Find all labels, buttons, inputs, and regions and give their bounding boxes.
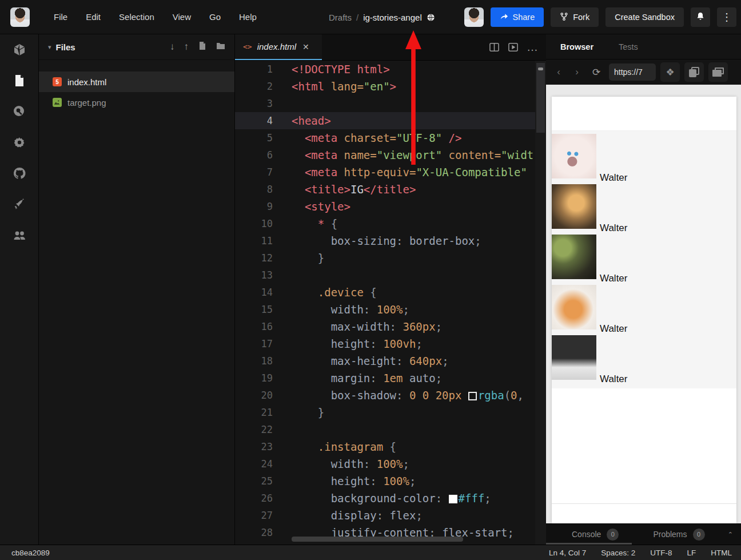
forward-icon[interactable]: ›	[570, 66, 584, 78]
code-text: <title>IG</title>	[283, 183, 416, 196]
close-icon[interactable]: ✕	[302, 42, 309, 51]
duplicate-view-button[interactable]	[708, 62, 728, 82]
globe-icon	[427, 13, 435, 22]
preview-tab-bar: Browser Tests	[546, 34, 741, 59]
files-panel-title: Files	[56, 42, 75, 52]
new-folder-icon[interactable]	[216, 41, 225, 53]
rendered-page[interactable]: WalterWalterWalterWalterWalter	[552, 97, 736, 523]
line-number: 1	[235, 63, 283, 75]
gear-icon[interactable]	[12, 135, 27, 150]
collaborators-icon[interactable]	[12, 228, 27, 243]
commit-hash[interactable]: cb8ea2089	[11, 549, 50, 557]
editor-toolbar: …	[489, 34, 546, 60]
download-icon[interactable]: ↓	[170, 41, 175, 53]
fork-button[interactable]: Fork	[551, 7, 599, 27]
files-icon[interactable]	[12, 73, 27, 88]
code-line-15: 15 width: 100%;	[235, 301, 546, 318]
code-text: background-color: #fff;	[283, 492, 491, 505]
code-text: }	[283, 406, 324, 419]
codesandbox-window: FileEditSelectionViewGoHelp Drafts / ig-…	[0, 0, 741, 560]
chevron-down-icon[interactable]: ▾	[48, 43, 51, 51]
menu-go[interactable]: Go	[202, 9, 228, 25]
menu-edit[interactable]: Edit	[79, 9, 107, 25]
share-button[interactable]: Share	[491, 7, 544, 27]
code-line-6: 6 <meta name="viewport" content="widt	[235, 146, 546, 164]
code-line-13: 13	[235, 267, 546, 284]
code-line-16: 16 max-width: 360px;	[235, 318, 546, 335]
menu-file[interactable]: File	[47, 9, 74, 25]
expand-panel-icon[interactable]: ⌃	[728, 531, 733, 538]
code-editor[interactable]: 1<!DOCTYPE html>2<html lang="en">34<head…	[235, 61, 546, 545]
upload-icon[interactable]: ↑	[184, 41, 189, 53]
share-icon	[500, 12, 508, 22]
file-row-target-png[interactable]: target.png	[39, 92, 234, 113]
files-panel-header: ▾ Files ↓ ↑	[39, 34, 234, 60]
open-new-window-button[interactable]	[684, 62, 704, 82]
eol-setting[interactable]: LF	[687, 549, 696, 557]
preview-run-icon[interactable]	[508, 42, 519, 53]
code-line-5: 5 <meta charset="UTF-8" />	[235, 129, 546, 146]
scrollbar-handle[interactable]	[538, 67, 543, 70]
split-view-icon[interactable]	[489, 42, 500, 53]
tab-tests[interactable]: Tests	[619, 42, 638, 51]
url-input[interactable]: https://7	[609, 63, 656, 81]
problems-toggle[interactable]: Problems 0	[653, 529, 704, 541]
tab-browser[interactable]: Browser	[560, 42, 593, 51]
console-toggle[interactable]: Console 0	[572, 529, 619, 541]
tab-index-html[interactable]: <> index.html ✕	[235, 34, 322, 60]
topbar-actions: Share Fork Create Sandbox ⋮	[464, 0, 737, 34]
modules-button[interactable]: ❖	[660, 62, 680, 82]
code-file-icon: <>	[243, 42, 252, 51]
vertical-scrollbar[interactable]	[535, 61, 546, 545]
browser-nav-bar: ‹ › ⟳ https://7 ❖	[546, 59, 741, 85]
search-icon[interactable]	[12, 104, 27, 119]
files-panel-actions: ↓ ↑	[170, 41, 225, 53]
menu-view[interactable]: View	[166, 9, 198, 25]
code-line-20: 20 box-shadow: 0 0 20px rgba(0,	[235, 387, 546, 404]
user-avatar[interactable]	[464, 7, 484, 27]
indentation-setting[interactable]: Spaces: 2	[601, 549, 635, 557]
more-options-button[interactable]: ⋮	[717, 7, 736, 27]
new-file-icon[interactable]	[198, 41, 207, 53]
menu-help[interactable]: Help	[232, 9, 264, 25]
browser-preview-area: WalterWalterWalterWalterWalter	[546, 85, 741, 523]
code-line-26: 26 background-color: #fff;	[235, 490, 546, 507]
console-label: Console	[572, 530, 601, 539]
line-number: 23	[235, 441, 283, 452]
refresh-icon[interactable]: ⟳	[588, 66, 604, 78]
ellipsis-icon[interactable]: …	[527, 41, 538, 54]
encoding-setting[interactable]: UTF-8	[650, 549, 672, 557]
breadcrumb-folder[interactable]: Drafts	[329, 13, 352, 22]
language-mode[interactable]: HTML	[711, 549, 732, 557]
workspace-avatar[interactable]	[10, 7, 30, 27]
line-number: 2	[235, 81, 283, 92]
notifications-button[interactable]	[691, 7, 710, 27]
url-text: https://7	[614, 67, 643, 77]
cursor-position[interactable]: Ln 4, Col 7	[549, 549, 586, 557]
code-line-14: 14 .device {	[235, 284, 546, 301]
create-sandbox-button[interactable]: Create Sandbox	[605, 7, 684, 27]
code-text: max-width: 360px;	[283, 320, 442, 333]
scrollbar-thumb[interactable]	[536, 63, 545, 133]
back-icon[interactable]: ‹	[552, 66, 565, 78]
preview-panel: Browser Tests ‹ › ⟳ https://7 ❖ WalterWa…	[546, 34, 741, 545]
sandbox-title[interactable]: ig-stories-angel	[363, 13, 422, 22]
menu-selection[interactable]: Selection	[112, 9, 161, 25]
cube-icon[interactable]	[12, 42, 27, 57]
color-swatch-outline	[468, 392, 477, 400]
github-icon[interactable]	[12, 166, 27, 181]
line-number: 16	[235, 321, 283, 332]
editor-tab-bar: <> index.html ✕ …	[235, 34, 546, 61]
horizontal-scrollbar[interactable]	[292, 537, 463, 542]
rocket-icon[interactable]	[12, 197, 27, 212]
file-row-index-html[interactable]: 5index.html	[39, 72, 234, 92]
code-line-8: 8 <title>IG</title>	[235, 181, 546, 198]
code-text: .device {	[283, 286, 377, 299]
line-number: 25	[235, 475, 283, 487]
open-window-icon-front	[689, 69, 696, 77]
story-label: Walter	[600, 172, 628, 184]
line-number: 20	[235, 390, 283, 401]
file-list: 5index.htmltarget.png	[39, 60, 234, 113]
line-number: 18	[235, 355, 283, 367]
html5-file-icon: 5	[53, 77, 62, 86]
